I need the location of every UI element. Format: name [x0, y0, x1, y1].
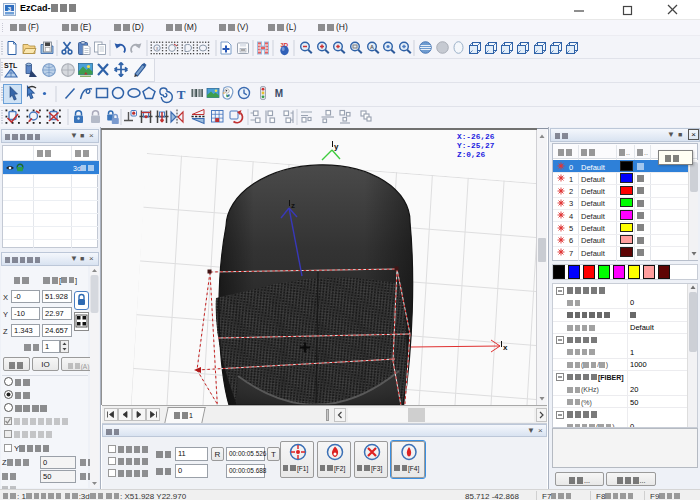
- svg-text:Z:0,26: Z:0,26: [457, 151, 485, 159]
- svg-text:y: y: [334, 142, 339, 151]
- svg-text:x: x: [503, 343, 508, 352]
- svg-text:STL: STL: [4, 62, 18, 69]
- svg-text:z: z: [291, 201, 295, 210]
- svg-text:Y:-25,27: Y:-25,27: [457, 142, 495, 150]
- svg-text:X:-26,26: X:-26,26: [457, 133, 495, 141]
- svg-text:A: A: [370, 44, 374, 50]
- svg-text:M: M: [275, 88, 283, 99]
- svg-text:T: T: [177, 87, 186, 102]
